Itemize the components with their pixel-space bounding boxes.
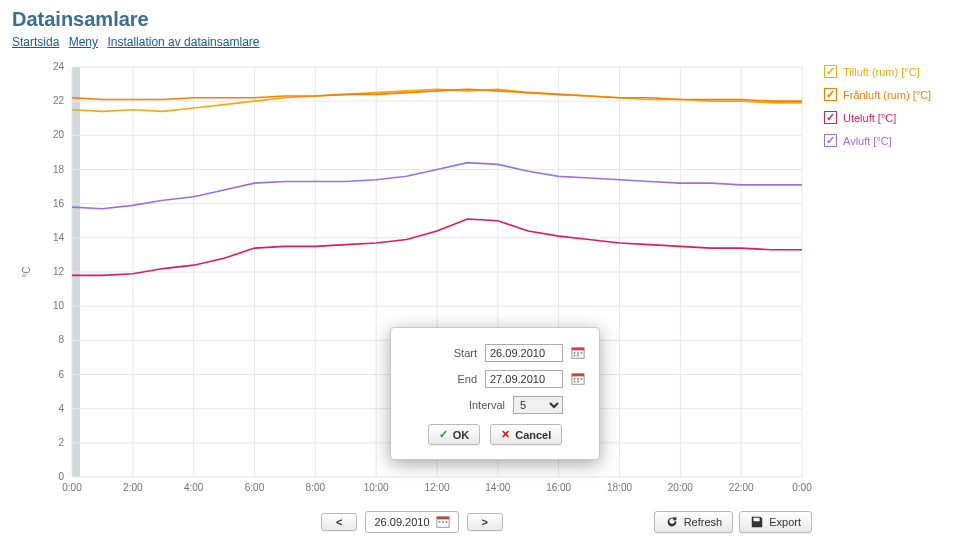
svg-text:18: 18 bbox=[53, 164, 65, 175]
svg-text:22:00: 22:00 bbox=[729, 482, 754, 493]
svg-rect-66 bbox=[574, 381, 576, 383]
legend: ✓Tilluft (rum) [°C]✓Frånluft (rum) [°C]✓… bbox=[824, 57, 931, 537]
legend-item[interactable]: ✓Avluft [°C] bbox=[824, 134, 931, 147]
svg-rect-63 bbox=[574, 378, 576, 380]
interval-select[interactable]: 5 bbox=[513, 396, 563, 414]
page-title: Datainsamlare bbox=[12, 8, 957, 31]
breadcrumb-link[interactable]: Startsida bbox=[12, 35, 59, 49]
svg-rect-67 bbox=[577, 381, 579, 383]
legend-label: Uteluft [°C] bbox=[843, 112, 896, 124]
calendar-icon[interactable] bbox=[571, 346, 585, 360]
interval-label: Interval bbox=[405, 399, 505, 411]
date-text: 26.09.2010 bbox=[374, 516, 429, 528]
svg-text:20: 20 bbox=[53, 129, 65, 140]
svg-text:16:00: 16:00 bbox=[546, 482, 571, 493]
chart-toolbar: < 26.09.2010 > Refresh Export bbox=[12, 511, 812, 533]
svg-text:22: 22 bbox=[53, 95, 65, 106]
svg-text:12: 12 bbox=[53, 266, 65, 277]
start-date-input[interactable] bbox=[485, 344, 563, 362]
svg-text:4:00: 4:00 bbox=[184, 482, 204, 493]
next-button[interactable]: > bbox=[467, 513, 503, 531]
svg-rect-58 bbox=[581, 352, 583, 354]
date-display[interactable]: 26.09.2010 bbox=[365, 511, 458, 533]
svg-text:0:00: 0:00 bbox=[792, 482, 812, 493]
svg-text:8:00: 8:00 bbox=[306, 482, 326, 493]
svg-rect-72 bbox=[445, 521, 447, 523]
end-date-input[interactable] bbox=[485, 370, 563, 388]
svg-text:°C: °C bbox=[21, 266, 32, 277]
legend-checkbox[interactable]: ✓ bbox=[824, 65, 837, 78]
svg-rect-71 bbox=[442, 521, 444, 523]
svg-text:0:00: 0:00 bbox=[62, 482, 82, 493]
cancel-label: Cancel bbox=[515, 429, 551, 441]
svg-text:6:00: 6:00 bbox=[245, 482, 265, 493]
svg-text:12:00: 12:00 bbox=[424, 482, 449, 493]
svg-text:24: 24 bbox=[53, 61, 65, 72]
refresh-button[interactable]: Refresh bbox=[654, 511, 734, 533]
legend-item[interactable]: ✓Tilluft (rum) [°C] bbox=[824, 65, 931, 78]
svg-text:16: 16 bbox=[53, 198, 65, 209]
svg-text:8: 8 bbox=[58, 334, 64, 345]
svg-text:14:00: 14:00 bbox=[485, 482, 510, 493]
svg-rect-65 bbox=[581, 378, 583, 380]
svg-text:4: 4 bbox=[58, 403, 64, 414]
date-range-dialog: Start End Interval 5 ✓OK ✕Cancel bbox=[390, 327, 600, 460]
svg-text:20:00: 20:00 bbox=[668, 482, 693, 493]
close-icon: ✕ bbox=[501, 428, 510, 441]
legend-label: Avluft [°C] bbox=[843, 135, 892, 147]
legend-item[interactable]: ✓Frånluft (rum) [°C] bbox=[824, 88, 931, 101]
legend-item[interactable]: ✓Uteluft [°C] bbox=[824, 111, 931, 124]
chart: 0246810121416182022240:002:004:006:008:0… bbox=[12, 57, 812, 537]
ok-button[interactable]: ✓OK bbox=[428, 424, 481, 445]
start-label: Start bbox=[405, 347, 477, 359]
cancel-button[interactable]: ✕Cancel bbox=[490, 424, 562, 445]
svg-rect-60 bbox=[577, 355, 579, 357]
svg-rect-55 bbox=[572, 348, 584, 351]
breadcrumb-link[interactable]: Meny bbox=[69, 35, 98, 49]
refresh-icon bbox=[665, 515, 679, 529]
legend-checkbox[interactable]: ✓ bbox=[824, 134, 837, 147]
legend-checkbox[interactable]: ✓ bbox=[824, 88, 837, 101]
export-button[interactable]: Export bbox=[739, 511, 812, 533]
svg-rect-69 bbox=[436, 517, 448, 520]
svg-rect-57 bbox=[577, 352, 579, 354]
end-label: End bbox=[405, 373, 477, 385]
svg-text:10:00: 10:00 bbox=[364, 482, 389, 493]
legend-checkbox[interactable]: ✓ bbox=[824, 111, 837, 124]
export-label: Export bbox=[769, 516, 801, 528]
calendar-icon bbox=[436, 515, 450, 529]
ok-label: OK bbox=[453, 429, 470, 441]
check-icon: ✓ bbox=[439, 428, 448, 441]
svg-text:0: 0 bbox=[58, 471, 64, 482]
svg-text:2:00: 2:00 bbox=[123, 482, 143, 493]
svg-text:18:00: 18:00 bbox=[607, 482, 632, 493]
svg-rect-59 bbox=[574, 355, 576, 357]
breadcrumb: Startsida Meny Installation av datainsam… bbox=[12, 35, 957, 49]
legend-label: Frånluft (rum) [°C] bbox=[843, 89, 931, 101]
refresh-label: Refresh bbox=[684, 516, 723, 528]
svg-rect-70 bbox=[438, 521, 440, 523]
calendar-icon[interactable] bbox=[571, 372, 585, 386]
breadcrumb-link[interactable]: Installation av datainsamlare bbox=[107, 35, 259, 49]
save-icon bbox=[750, 515, 764, 529]
svg-text:10: 10 bbox=[53, 300, 65, 311]
svg-rect-56 bbox=[574, 352, 576, 354]
svg-text:2: 2 bbox=[58, 437, 64, 448]
svg-rect-62 bbox=[572, 374, 584, 377]
prev-button[interactable]: < bbox=[321, 513, 357, 531]
svg-text:6: 6 bbox=[58, 369, 64, 380]
svg-text:14: 14 bbox=[53, 232, 65, 243]
svg-rect-64 bbox=[577, 378, 579, 380]
legend-label: Tilluft (rum) [°C] bbox=[843, 66, 920, 78]
